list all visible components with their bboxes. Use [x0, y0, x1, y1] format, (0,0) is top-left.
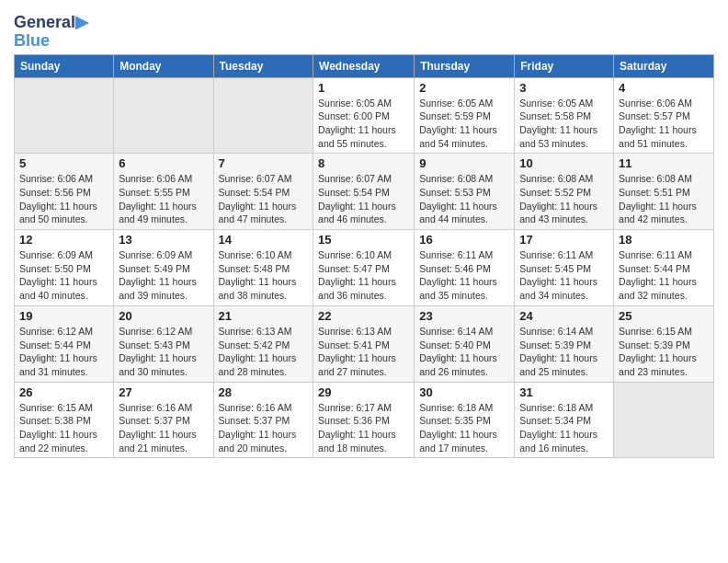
- weekday-header-friday: Friday: [515, 54, 614, 77]
- weekday-header-monday: Monday: [114, 54, 213, 77]
- logo-text: General▶: [14, 14, 88, 32]
- day-info: Sunrise: 6:07 AM Sunset: 5:54 PM Dayligh…: [318, 172, 409, 226]
- calendar-cell: 16Sunrise: 6:11 AM Sunset: 5:46 PM Dayli…: [415, 230, 515, 306]
- calendar-cell: 23Sunrise: 6:14 AM Sunset: 5:40 PM Dayli…: [415, 305, 515, 382]
- calendar-body: 1Sunrise: 6:05 AM Sunset: 6:00 PM Daylig…: [15, 77, 714, 458]
- calendar-cell: 19Sunrise: 6:12 AM Sunset: 5:44 PM Dayli…: [15, 305, 114, 382]
- day-info: Sunrise: 6:12 AM Sunset: 5:43 PM Dayligh…: [119, 325, 208, 379]
- day-number: 2: [419, 81, 509, 95]
- calendar-cell: 29Sunrise: 6:17 AM Sunset: 5:36 PM Dayli…: [313, 382, 415, 458]
- day-info: Sunrise: 6:06 AM Sunset: 5:57 PM Dayligh…: [619, 97, 709, 151]
- day-number: 30: [419, 385, 509, 399]
- calendar-cell: 2Sunrise: 6:05 AM Sunset: 5:59 PM Daylig…: [415, 77, 515, 154]
- day-number: 10: [519, 156, 609, 170]
- calendar-cell: [114, 77, 213, 154]
- day-number: 21: [219, 309, 309, 323]
- calendar-cell: 8Sunrise: 6:07 AM Sunset: 5:54 PM Daylig…: [313, 154, 415, 230]
- weekday-header-row: SundayMondayTuesdayWednesdayThursdayFrid…: [15, 54, 714, 77]
- day-info: Sunrise: 6:08 AM Sunset: 5:51 PM Dayligh…: [619, 172, 709, 226]
- day-number: 6: [119, 156, 208, 170]
- day-number: 17: [519, 233, 609, 247]
- day-number: 4: [619, 81, 709, 95]
- day-number: 19: [19, 309, 108, 323]
- calendar-header: SundayMondayTuesdayWednesdayThursdayFrid…: [15, 54, 714, 77]
- day-number: 1: [318, 81, 409, 95]
- calendar-cell: 7Sunrise: 6:07 AM Sunset: 5:54 PM Daylig…: [213, 154, 313, 230]
- calendar-cell: 24Sunrise: 6:14 AM Sunset: 5:39 PM Dayli…: [515, 305, 614, 382]
- day-info: Sunrise: 6:08 AM Sunset: 5:52 PM Dayligh…: [519, 172, 609, 226]
- day-number: 27: [119, 385, 208, 399]
- weekday-header-tuesday: Tuesday: [213, 54, 313, 77]
- calendar-cell: 6Sunrise: 6:06 AM Sunset: 5:55 PM Daylig…: [114, 154, 213, 230]
- day-info: Sunrise: 6:11 AM Sunset: 5:46 PM Dayligh…: [419, 248, 509, 303]
- day-number: 7: [219, 156, 309, 170]
- day-info: Sunrise: 6:14 AM Sunset: 5:40 PM Dayligh…: [419, 325, 509, 379]
- day-info: Sunrise: 6:18 AM Sunset: 5:34 PM Dayligh…: [519, 401, 609, 455]
- weekday-header-saturday: Saturday: [614, 54, 714, 77]
- calendar-cell: 9Sunrise: 6:08 AM Sunset: 5:53 PM Daylig…: [415, 154, 515, 230]
- calendar-cell: 21Sunrise: 6:13 AM Sunset: 5:42 PM Dayli…: [213, 305, 313, 382]
- day-number: 9: [419, 156, 509, 170]
- day-number: 22: [318, 309, 409, 323]
- day-info: Sunrise: 6:09 AM Sunset: 5:50 PM Dayligh…: [19, 248, 108, 303]
- day-info: Sunrise: 6:10 AM Sunset: 5:47 PM Dayligh…: [318, 248, 409, 303]
- calendar-cell: 26Sunrise: 6:15 AM Sunset: 5:38 PM Dayli…: [15, 382, 114, 458]
- day-info: Sunrise: 6:15 AM Sunset: 5:39 PM Dayligh…: [619, 325, 709, 379]
- day-info: Sunrise: 6:13 AM Sunset: 5:42 PM Dayligh…: [219, 325, 309, 379]
- day-info: Sunrise: 6:11 AM Sunset: 5:44 PM Dayligh…: [619, 248, 709, 303]
- calendar-cell: 31Sunrise: 6:18 AM Sunset: 5:34 PM Dayli…: [515, 382, 614, 458]
- day-number: 23: [419, 309, 509, 323]
- calendar-cell: 18Sunrise: 6:11 AM Sunset: 5:44 PM Dayli…: [614, 230, 714, 306]
- day-info: Sunrise: 6:05 AM Sunset: 6:00 PM Dayligh…: [318, 97, 409, 151]
- calendar-cell: 13Sunrise: 6:09 AM Sunset: 5:49 PM Dayli…: [114, 230, 213, 306]
- calendar-cell: 28Sunrise: 6:16 AM Sunset: 5:37 PM Dayli…: [213, 382, 313, 458]
- day-info: Sunrise: 6:05 AM Sunset: 5:58 PM Dayligh…: [519, 97, 609, 151]
- day-info: Sunrise: 6:16 AM Sunset: 5:37 PM Dayligh…: [219, 401, 309, 455]
- day-number: 20: [119, 309, 208, 323]
- calendar-cell: 1Sunrise: 6:05 AM Sunset: 6:00 PM Daylig…: [313, 77, 415, 154]
- day-number: 31: [519, 385, 609, 399]
- day-info: Sunrise: 6:14 AM Sunset: 5:39 PM Dayligh…: [519, 325, 609, 379]
- day-number: 5: [19, 156, 108, 170]
- day-number: 11: [619, 156, 709, 170]
- day-number: 12: [19, 233, 108, 247]
- day-info: Sunrise: 6:18 AM Sunset: 5:35 PM Dayligh…: [419, 401, 509, 455]
- calendar-cell: 17Sunrise: 6:11 AM Sunset: 5:45 PM Dayli…: [515, 230, 614, 306]
- calendar-cell: [213, 77, 313, 154]
- calendar-cell: 14Sunrise: 6:10 AM Sunset: 5:48 PM Dayli…: [213, 230, 313, 306]
- calendar-cell: 20Sunrise: 6:12 AM Sunset: 5:43 PM Dayli…: [114, 305, 213, 382]
- day-number: 13: [119, 233, 208, 247]
- calendar-cell: [15, 77, 114, 154]
- day-number: 24: [519, 309, 609, 323]
- day-info: Sunrise: 6:15 AM Sunset: 5:38 PM Dayligh…: [19, 401, 108, 455]
- calendar-week-row: 5Sunrise: 6:06 AM Sunset: 5:56 PM Daylig…: [15, 154, 714, 230]
- logo-text-blue: Blue: [14, 32, 88, 51]
- page-container: General▶ Blue SundayMondayTuesdayWednesd…: [0, 0, 728, 463]
- calendar-cell: 4Sunrise: 6:06 AM Sunset: 5:57 PM Daylig…: [614, 77, 714, 154]
- header: General▶ Blue: [14, 9, 714, 51]
- calendar-cell: 10Sunrise: 6:08 AM Sunset: 5:52 PM Dayli…: [515, 154, 614, 230]
- calendar-cell: 30Sunrise: 6:18 AM Sunset: 5:35 PM Dayli…: [415, 382, 515, 458]
- day-info: Sunrise: 6:17 AM Sunset: 5:36 PM Dayligh…: [318, 401, 409, 455]
- weekday-header-sunday: Sunday: [15, 54, 114, 77]
- logo: General▶ Blue: [14, 14, 88, 51]
- calendar-cell: 5Sunrise: 6:06 AM Sunset: 5:56 PM Daylig…: [15, 154, 114, 230]
- day-number: 14: [219, 233, 309, 247]
- day-info: Sunrise: 6:05 AM Sunset: 5:59 PM Dayligh…: [419, 97, 509, 151]
- day-number: 28: [219, 385, 309, 399]
- day-info: Sunrise: 6:08 AM Sunset: 5:53 PM Dayligh…: [419, 172, 509, 226]
- calendar-week-row: 1Sunrise: 6:05 AM Sunset: 6:00 PM Daylig…: [15, 77, 714, 154]
- day-number: 16: [419, 233, 509, 247]
- day-number: 3: [519, 81, 609, 95]
- day-number: 26: [19, 385, 108, 399]
- calendar-week-row: 26Sunrise: 6:15 AM Sunset: 5:38 PM Dayli…: [15, 382, 714, 458]
- calendar-cell: 12Sunrise: 6:09 AM Sunset: 5:50 PM Dayli…: [15, 230, 114, 306]
- calendar-cell: [614, 382, 714, 458]
- calendar-cell: 3Sunrise: 6:05 AM Sunset: 5:58 PM Daylig…: [515, 77, 614, 154]
- weekday-header-thursday: Thursday: [415, 54, 515, 77]
- day-info: Sunrise: 6:06 AM Sunset: 5:55 PM Dayligh…: [119, 172, 208, 226]
- calendar-table: SundayMondayTuesdayWednesdayThursdayFrid…: [14, 54, 714, 459]
- weekday-header-wednesday: Wednesday: [313, 54, 415, 77]
- day-info: Sunrise: 6:12 AM Sunset: 5:44 PM Dayligh…: [19, 325, 108, 379]
- calendar-cell: 27Sunrise: 6:16 AM Sunset: 5:37 PM Dayli…: [114, 382, 213, 458]
